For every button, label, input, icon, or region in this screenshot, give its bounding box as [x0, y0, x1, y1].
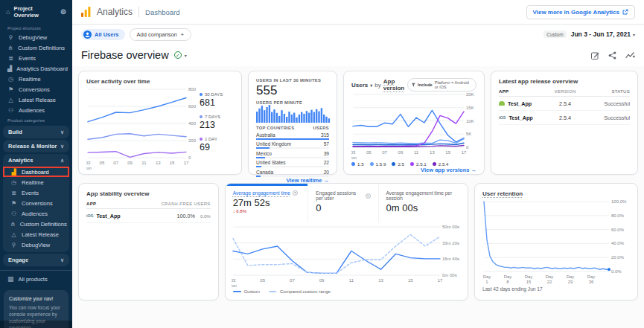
metric-selector[interactable]: Users — [351, 82, 368, 89]
insights-button[interactable] — [625, 51, 635, 60]
sidebar-item-audiences[interactable]: ⚇Audiences — [0, 105, 72, 115]
dashboard-status-dropdown[interactable]: ✓ ▾ — [174, 51, 187, 59]
sidebar-item-analytics-dashboard[interactable]: ▟Analytics Dashboard — [0, 63, 72, 74]
sidebar-item-conversions[interactable]: ⚑Conversions — [0, 84, 72, 94]
svg-text:Jun: Jun — [86, 166, 92, 170]
sidebar-item-debugview[interactable]: ⚲DebugView — [3, 239, 69, 250]
country-bar — [256, 147, 270, 149]
legend-dot — [200, 138, 203, 141]
audiences-icon: ⚇ — [10, 210, 17, 217]
sidebar-item-audiences[interactable]: ⚇Audiences — [3, 208, 69, 219]
user-retention-card: User retention 0.0%20.0%40.0%60.0%80.0%1… — [474, 183, 638, 300]
sidebar-item-events[interactable]: ≣Events — [3, 187, 69, 198]
view-more-button[interactable]: View more in Google Analytics — [526, 5, 635, 19]
legend-value: 69 — [200, 142, 234, 152]
analytics-section-header[interactable]: Analytics ∧ — [3, 154, 69, 167]
svg-text:20.0%: 20.0% — [611, 255, 625, 260]
crash-free-cell: 100.0%0.0% — [159, 213, 211, 219]
sidebar-item-conversions[interactable]: ⚑Conversions — [3, 198, 69, 208]
events-icon: ≣ — [10, 190, 17, 196]
sidebar-item-events[interactable]: ≣Events — [0, 53, 72, 63]
legend-value: 213 — [200, 120, 234, 130]
sidebar-item-label: Realtime — [19, 76, 41, 83]
ios-icon: iOS — [86, 213, 93, 218]
events-icon: ≣ — [7, 55, 14, 62]
svg-text:07: 07 — [382, 150, 387, 155]
legend-dot — [200, 93, 203, 96]
gear-icon[interactable]: ⚙ — [60, 8, 66, 16]
sidebar-item-realtime[interactable]: ◷Realtime — [3, 177, 69, 187]
svg-text:15: 15 — [526, 280, 532, 284]
sidebar-item-label: Latest Release — [19, 97, 56, 103]
sidebar-section-release-monitor[interactable]: Release & Monitor ∨ — [3, 140, 69, 152]
date-range-picker[interactable]: Jun 3 - Jun 17, 2021 ▾ — [571, 30, 635, 38]
sidebar-section-analytics: Analytics ∧ ▟Dashboard◷Realtime≣Events⚑C… — [3, 154, 69, 252]
realtime-icon: ◷ — [10, 179, 17, 186]
country-row-united-states: United States22 — [256, 160, 329, 167]
all-users-label: All Users — [95, 31, 119, 38]
sidebar-item-custom-definitions[interactable]: ⋔Custom Definitions — [3, 219, 69, 229]
app-stability-card: App stability overview APPCRASH-FREE USE… — [78, 183, 219, 300]
all-users-chip[interactable]: All Users — [81, 29, 125, 40]
legend-label: 7 DAYS — [205, 115, 220, 119]
legend-dot — [370, 162, 374, 166]
svg-text:05: 05 — [366, 150, 372, 155]
sidebar-item-latest-release[interactable]: △Latest Release — [3, 229, 69, 239]
sidebar-project-overview[interactable]: ⌂ Project Overview ⚙ — [0, 0, 72, 23]
arrow-right-icon: → — [471, 167, 477, 173]
external-link-icon — [622, 9, 628, 15]
card-title: User retention — [482, 190, 630, 197]
app-name: Test_App — [508, 100, 532, 107]
tab-average-engagement-time[interactable]: Average engagement time?27m 52s↓ 6.8% — [226, 184, 308, 222]
analytics-items-list: ▟Dashboard◷Realtime≣Events⚑Conversions⚇A… — [3, 167, 69, 250]
build-label: Build — [8, 129, 22, 135]
brand-name: Analytics — [97, 7, 133, 17]
all-products-label: All products — [19, 276, 48, 283]
crash-free-delta: 0.0% — [200, 214, 211, 219]
share-button[interactable] — [608, 51, 616, 60]
svg-text:600: 600 — [188, 104, 197, 109]
sidebar-item-label: Custom Definitions — [20, 221, 67, 228]
legend-item-2-5-1: 2.5.1 — [410, 161, 427, 167]
engagement-chart: 0m 00s16m 40s33m 20s50m 00s03Jun05070911… — [226, 222, 468, 288]
by-label: by — [374, 82, 380, 89]
sidebar-item-custom-definitions[interactable]: ⋔Custom Definitions — [0, 42, 72, 53]
sidebar-section-engage[interactable]: Engage ∨ — [3, 254, 69, 266]
dashboard-icon: ▟ — [10, 169, 17, 176]
country-name: Canada — [256, 170, 273, 175]
sidebar-item-debugview[interactable]: ⚲DebugView — [0, 32, 72, 42]
legend-label: 2.5.1 — [416, 161, 427, 167]
sidebar-item-label: Audiences — [22, 210, 48, 217]
country-bar — [256, 157, 265, 158]
sidebar-item-latest-release[interactable]: △Latest Release — [0, 94, 72, 105]
sidebar-item-label: Analytics Dashboard — [16, 65, 68, 72]
platform-filter-chip[interactable]: Include Platform = Android or iOS — [407, 78, 476, 91]
country-bar — [256, 138, 329, 140]
version-cell: 2.5.4 — [543, 100, 587, 107]
sidebar-section-build[interactable]: Build ∨ — [3, 126, 69, 138]
tab-value: 27m 52s — [233, 197, 301, 208]
edit-dashboard-button[interactable] — [591, 51, 599, 60]
app-version-line-chart: 05K10K15K20K03Jun05070911131517 — [351, 91, 478, 160]
header-separator — [138, 7, 139, 17]
country-users: 20 — [324, 170, 329, 175]
tab-average-engagement-time-per-session[interactable]: Average engagement time per session0m 00… — [378, 184, 468, 222]
svg-text:11: 11 — [414, 150, 419, 155]
svg-text:60.0%: 60.0% — [611, 228, 625, 232]
sidebar-item-dashboard[interactable]: ▟Dashboard — [3, 167, 69, 177]
tab-label: Average engagement time — [233, 190, 290, 196]
legend-item-30-days: 30 DAYS681 — [200, 92, 234, 108]
sidebar-item-realtime[interactable]: ◷Realtime — [0, 74, 72, 84]
add-comparison-chip[interactable]: Add comparison + — [130, 28, 192, 41]
caret-down-icon: ▾ — [185, 53, 187, 58]
tab-engaged-sessions-per-user[interactable]: Engaged sessions per user?0 — [307, 184, 377, 222]
svg-text:8: 8 — [506, 280, 509, 284]
svg-text:15K: 15K — [466, 106, 474, 110]
app-version-chart: 05K10K15K20K03Jun05070911131517 — [351, 91, 476, 160]
all-products-item[interactable]: ▦ All products — [0, 271, 72, 287]
sidebar-item-label: Events — [19, 55, 36, 62]
view-app-versions-link[interactable]: View app versions → — [351, 167, 476, 173]
country-row-canada: Canada20 — [256, 170, 329, 177]
analytics-logo-icon — [81, 7, 91, 17]
dimension-selector[interactable]: App version — [383, 78, 408, 91]
